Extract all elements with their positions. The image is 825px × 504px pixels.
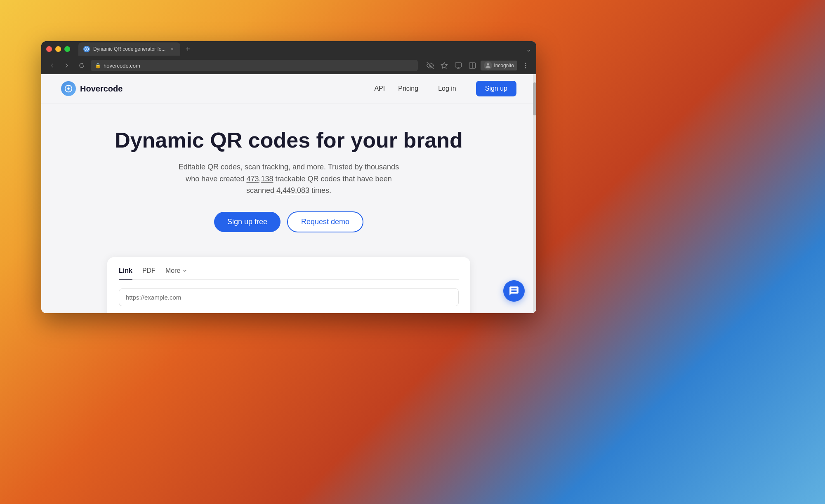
qr-generator-card: Link PDF More Select a template — [107, 257, 470, 313]
stat-scan-count: 4,449,083 — [276, 186, 309, 195]
back-button[interactable] — [46, 60, 58, 71]
browser-chrome: Dynamic QR code generator fo... × + ⌄ 🔒 — [41, 41, 536, 74]
address-bar-row: 🔒 hovercode.com — [41, 57, 536, 74]
window-expand-button[interactable]: ⌄ — [526, 45, 531, 53]
svg-point-10 — [525, 65, 526, 66]
nav-links: API Pricing Log in Sign up — [374, 81, 516, 96]
eye-off-icon[interactable] — [424, 60, 436, 71]
logo-name: Hovercode — [80, 84, 123, 94]
address-text: hovercode.com — [104, 63, 414, 69]
site-nav: Hovercode API Pricing Log in Sign up — [41, 74, 536, 103]
incognito-badge: Incognito — [481, 61, 517, 70]
svg-point-11 — [525, 68, 526, 68]
scrollbar[interactable] — [533, 74, 536, 313]
maximize-window-button[interactable] — [64, 46, 70, 52]
tab-link[interactable]: Link — [119, 267, 132, 279]
star-icon[interactable] — [438, 60, 450, 71]
svg-point-1 — [86, 49, 87, 50]
logo-area: Hovercode — [61, 81, 123, 96]
chat-button[interactable] — [503, 280, 525, 302]
svg-point-13 — [67, 87, 70, 90]
tab-title: Dynamic QR code generator fo... — [93, 46, 165, 52]
tab-groups-icon[interactable] — [453, 60, 464, 71]
tab-pdf[interactable]: PDF — [142, 267, 156, 279]
tab-favicon — [83, 46, 90, 52]
menu-icon[interactable] — [520, 60, 531, 71]
nav-pricing-link[interactable]: Pricing — [398, 85, 418, 92]
nav-api-link[interactable]: API — [374, 85, 385, 92]
active-tab[interactable]: Dynamic QR code generator fo... × — [78, 42, 180, 56]
website-content: Hovercode API Pricing Log in Sign up Dyn… — [41, 74, 536, 313]
lock-icon: 🔒 — [95, 63, 101, 68]
scrollbar-thumb[interactable] — [533, 82, 536, 115]
minimize-window-button[interactable] — [55, 46, 61, 52]
logo-icon — [61, 81, 76, 96]
signup-free-button[interactable]: Sign up free — [214, 212, 280, 232]
incognito-label: Incognito — [494, 63, 514, 68]
tab-more-label: More — [165, 267, 180, 274]
browser-actions: Incognito — [424, 60, 531, 71]
hero-cta-area: Sign up free Request demo — [61, 211, 516, 232]
hero-title: Dynamic QR codes for your brand — [61, 128, 516, 153]
request-demo-button[interactable]: Request demo — [287, 211, 363, 232]
svg-rect-4 — [455, 63, 462, 67]
incognito-avatar — [484, 61, 492, 70]
qr-tabs: Link PDF More — [119, 267, 459, 280]
url-input[interactable] — [119, 288, 459, 306]
tab-bar: Dynamic QR code generator fo... × + ⌄ — [41, 41, 536, 57]
stat-qr-count: 473,138 — [246, 175, 273, 183]
close-window-button[interactable] — [46, 46, 52, 52]
nav-login-button[interactable]: Log in — [431, 82, 463, 96]
address-bar[interactable]: 🔒 hovercode.com — [91, 60, 418, 71]
svg-point-9 — [525, 63, 526, 64]
nav-signup-button[interactable]: Sign up — [476, 81, 516, 96]
split-view-icon[interactable] — [467, 60, 478, 71]
hero-subtitle: Editable QR codes, scan tracking, and mo… — [177, 161, 400, 197]
browser-window: Dynamic QR code generator fo... × + ⌄ 🔒 — [41, 41, 536, 313]
tab-more[interactable]: More — [165, 267, 188, 279]
new-tab-button[interactable]: + — [185, 45, 190, 54]
svg-marker-3 — [441, 63, 448, 68]
subtitle-end: times. — [309, 186, 331, 195]
reload-button[interactable] — [76, 60, 87, 71]
hero-section: Dynamic QR codes for your brand Editable… — [41, 103, 536, 249]
tab-close-button[interactable]: × — [169, 46, 175, 52]
forward-button[interactable] — [61, 60, 73, 71]
traffic-lights — [46, 46, 70, 52]
